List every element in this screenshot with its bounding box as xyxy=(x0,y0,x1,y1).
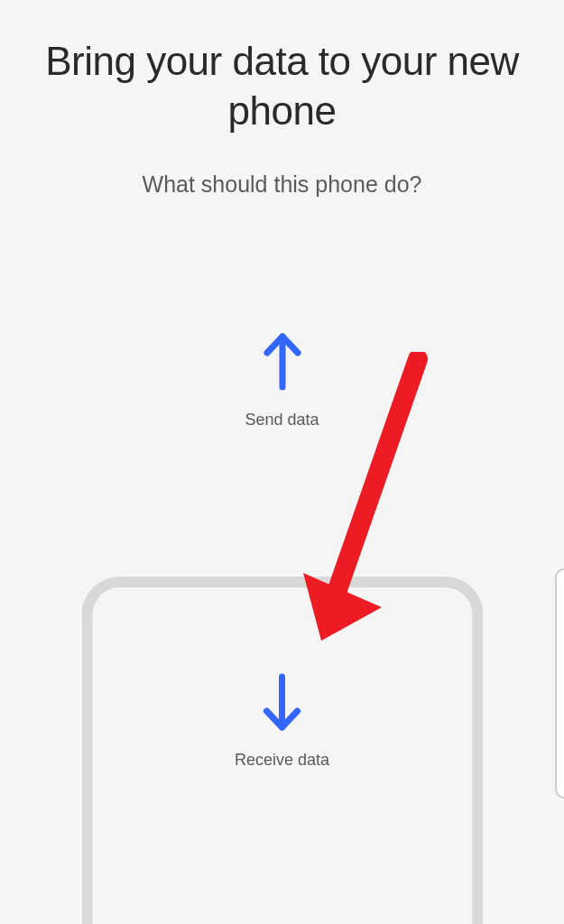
page-title: Bring your data to your new phone xyxy=(27,36,537,135)
setup-screen: Bring your data to your new phone What s… xyxy=(0,0,564,924)
receive-section-inner: Receive data xyxy=(92,587,472,770)
page-subtitle: What should this phone do? xyxy=(27,171,537,198)
send-data-option[interactable]: Send data xyxy=(27,333,537,430)
receive-data-label: Receive data xyxy=(235,751,329,770)
arrow-up-icon xyxy=(260,333,305,394)
arrow-down-icon xyxy=(260,673,305,735)
receive-data-option[interactable]: Receive data xyxy=(81,577,483,924)
side-partial-frame xyxy=(555,568,564,799)
send-data-label: Send data xyxy=(245,411,319,430)
